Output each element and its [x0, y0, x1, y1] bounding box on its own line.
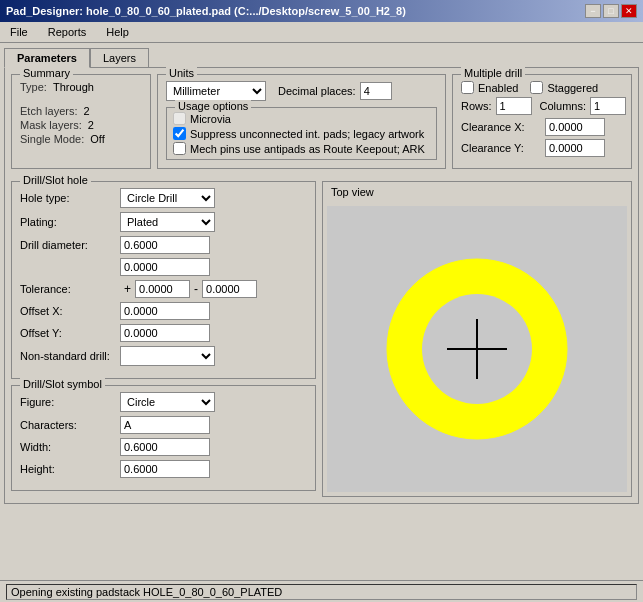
mech-checkbox[interactable]: [173, 142, 186, 155]
tolerance-input2[interactable]: [202, 280, 257, 298]
hole-type-label: Hole type:: [20, 192, 120, 204]
top-view-canvas: [327, 206, 627, 492]
tolerance-label: Tolerance:: [20, 283, 120, 295]
type-label: Type:: [20, 81, 47, 93]
top-view-label: Top view: [323, 182, 631, 202]
usage-label: Usage options: [175, 100, 251, 112]
single-label: Single Mode:: [20, 133, 84, 145]
tab-parameters[interactable]: Parameters: [4, 48, 90, 68]
drill-slot-symbol-box: Drill/Slot symbol Figure: Circle Charact…: [11, 385, 316, 491]
rows-label: Rows:: [461, 100, 492, 112]
chars-input[interactable]: [120, 416, 210, 434]
type-value: Through: [53, 81, 94, 93]
drill-slot-hole-label: Drill/Slot hole: [20, 174, 91, 186]
height-label: Height:: [20, 463, 120, 475]
enabled-label: Enabled: [478, 82, 518, 94]
minimize-button[interactable]: −: [585, 4, 601, 18]
staggered-checkbox[interactable]: [530, 81, 543, 94]
cleary-input[interactable]: [545, 139, 605, 157]
microvia-checkbox[interactable]: [173, 112, 186, 125]
mask-value: 2: [88, 119, 94, 131]
tolerance-input1[interactable]: [135, 280, 190, 298]
offset-x-label: Offset X:: [20, 305, 120, 317]
staggered-label: Staggered: [547, 82, 598, 94]
mask-label: Mask layers:: [20, 119, 82, 131]
drill-diam-input2[interactable]: [120, 258, 210, 276]
summary-label: Summary: [20, 67, 73, 79]
plating-select[interactable]: Plated: [120, 212, 215, 232]
decimal-input[interactable]: [360, 82, 392, 100]
clearx-label: Clearance X:: [461, 121, 541, 133]
cleary-label: Clearance Y:: [461, 142, 541, 154]
units-label: Units: [166, 67, 197, 79]
top-view-svg: [377, 249, 577, 449]
drill-diam-label: Drill diameter:: [20, 239, 120, 251]
menu-help[interactable]: Help: [100, 24, 135, 40]
menu-bar: File Reports Help: [0, 22, 643, 43]
rows-input[interactable]: [496, 97, 532, 115]
microvia-label: Microvia: [190, 113, 231, 125]
close-button[interactable]: ✕: [621, 4, 637, 18]
suppress-label: Suppress unconnected int. pads; legacy a…: [190, 128, 424, 140]
drill-slot-hole-box: Drill/Slot hole Hole type: Circle Drill …: [11, 181, 316, 379]
offset-y-input[interactable]: [120, 324, 210, 342]
units-select[interactable]: Millimeter: [166, 81, 266, 101]
decimal-label: Decimal places:: [278, 85, 356, 97]
width-label: Width:: [20, 441, 120, 453]
units-box: Units Millimeter Decimal places: Usage o…: [157, 74, 446, 169]
figure-label: Figure:: [20, 396, 120, 408]
non-std-label: Non-standard drill:: [20, 350, 120, 362]
status-bar: Opening existing padstack HOLE_0_80_0_60…: [0, 580, 643, 602]
columns-input[interactable]: [590, 97, 626, 115]
enabled-checkbox[interactable]: [461, 81, 474, 94]
multiple-drill-label: Multiple drill: [461, 67, 525, 79]
menu-file[interactable]: File: [4, 24, 34, 40]
etch-value: 2: [83, 105, 89, 117]
title-text: Pad_Designer: hole_0_80_0_60_plated.pad …: [6, 5, 406, 17]
etch-label: Etch layers:: [20, 105, 77, 117]
tab-layers[interactable]: Layers: [90, 48, 149, 68]
figure-select[interactable]: Circle: [120, 392, 215, 412]
offset-x-input[interactable]: [120, 302, 210, 320]
title-bar: Pad_Designer: hole_0_80_0_60_plated.pad …: [0, 0, 643, 22]
offset-y-label: Offset Y:: [20, 327, 120, 339]
top-view-box: Top view: [322, 181, 632, 497]
tolerance-minus: -: [194, 282, 198, 296]
non-std-select[interactable]: [120, 346, 215, 366]
tolerance-plus: +: [124, 282, 131, 296]
status-text: Opening existing padstack HOLE_0_80_0_60…: [11, 586, 282, 598]
hole-type-select[interactable]: Circle Drill: [120, 188, 215, 208]
chars-label: Characters:: [20, 419, 120, 431]
summary-box: Summary Type: Through Etch layers: 2 Mas…: [11, 74, 151, 169]
multiple-drill-box: Multiple drill Enabled Staggered Rows: C…: [452, 74, 632, 169]
columns-label: Columns:: [540, 100, 586, 112]
mech-label: Mech pins use antipads as Route Keepout;…: [190, 143, 425, 155]
plating-label: Plating:: [20, 216, 120, 228]
drill-slot-symbol-label: Drill/Slot symbol: [20, 378, 105, 390]
single-value: Off: [90, 133, 104, 145]
clearx-input[interactable]: [545, 118, 605, 136]
drill-diam-input[interactable]: [120, 236, 210, 254]
height-input[interactable]: [120, 460, 210, 478]
suppress-checkbox[interactable]: [173, 127, 186, 140]
maximize-button[interactable]: □: [603, 4, 619, 18]
width-input[interactable]: [120, 438, 210, 456]
menu-reports[interactable]: Reports: [42, 24, 93, 40]
